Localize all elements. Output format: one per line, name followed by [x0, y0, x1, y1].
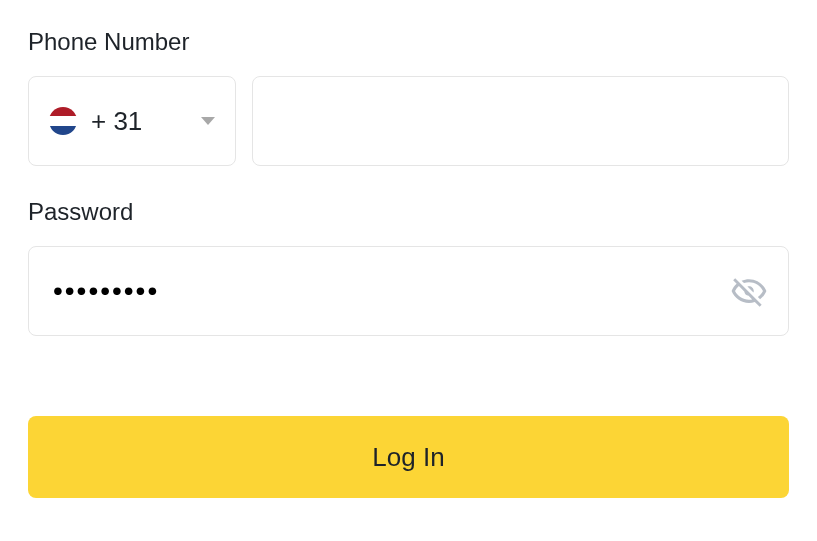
country-code-text: + 31 [91, 106, 187, 137]
phone-number-input[interactable] [252, 76, 789, 166]
netherlands-flag-icon [49, 107, 77, 135]
password-group: Password [28, 198, 789, 336]
toggle-password-visibility-button[interactable] [730, 272, 788, 310]
password-label: Password [28, 198, 789, 226]
country-code-selector[interactable]: + 31 [28, 76, 236, 166]
password-field-wrapper [28, 246, 789, 336]
login-button[interactable]: Log In [28, 416, 789, 498]
phone-number-label: Phone Number [28, 28, 789, 56]
phone-number-row: + 31 [28, 76, 789, 166]
phone-number-group: Phone Number + 31 [28, 28, 789, 166]
chevron-down-icon [201, 117, 215, 125]
eye-hidden-icon [730, 272, 768, 310]
password-input[interactable] [29, 275, 730, 307]
login-form: Phone Number + 31 Password [28, 28, 789, 498]
